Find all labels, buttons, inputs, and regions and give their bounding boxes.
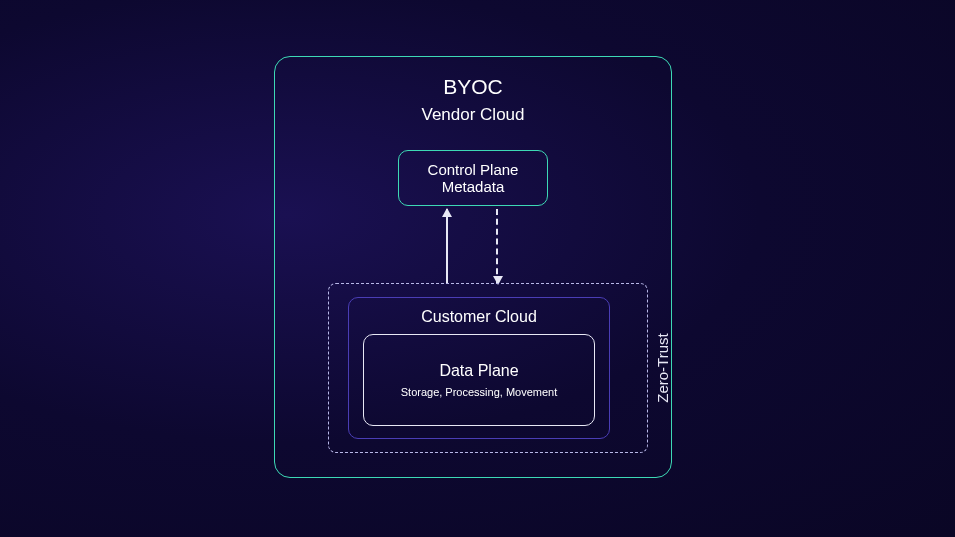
control-plane-box: Control Plane Metadata xyxy=(398,150,548,206)
byoc-subtitle: Vendor Cloud xyxy=(275,105,671,125)
control-plane-title: Control Plane xyxy=(428,161,519,178)
byoc-title: BYOC xyxy=(275,75,671,99)
data-plane-subtitle: Storage, Processing, Movement xyxy=(401,386,558,398)
data-plane-box: Data Plane Storage, Processing, Movement xyxy=(363,334,595,426)
diagram-canvas: BYOC Vendor Cloud Control Plane Metadata… xyxy=(0,0,955,537)
control-plane-subtitle: Metadata xyxy=(442,178,505,195)
arrow-up-solid xyxy=(446,209,448,284)
arrow-down-dashed xyxy=(496,209,498,284)
customer-cloud-title: Customer Cloud xyxy=(349,308,609,326)
data-plane-title: Data Plane xyxy=(439,362,518,380)
zero-trust-label: Zero-Trust xyxy=(654,333,671,402)
